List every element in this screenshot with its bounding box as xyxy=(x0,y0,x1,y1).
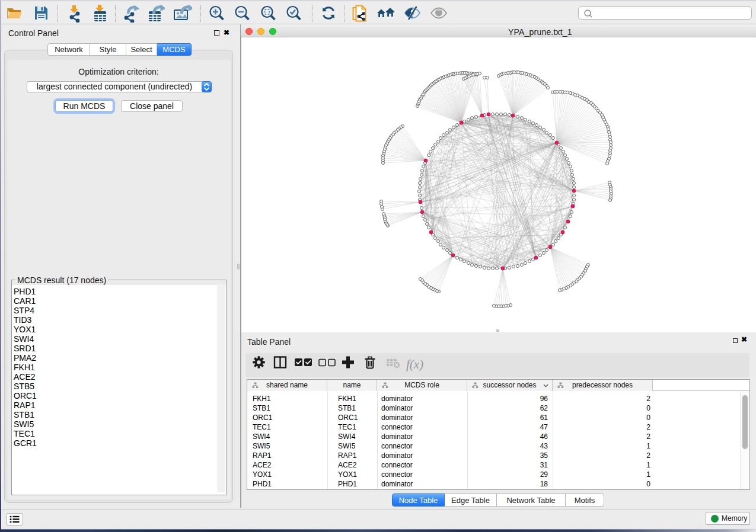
svg-text:f(x): f(x) xyxy=(406,357,423,371)
